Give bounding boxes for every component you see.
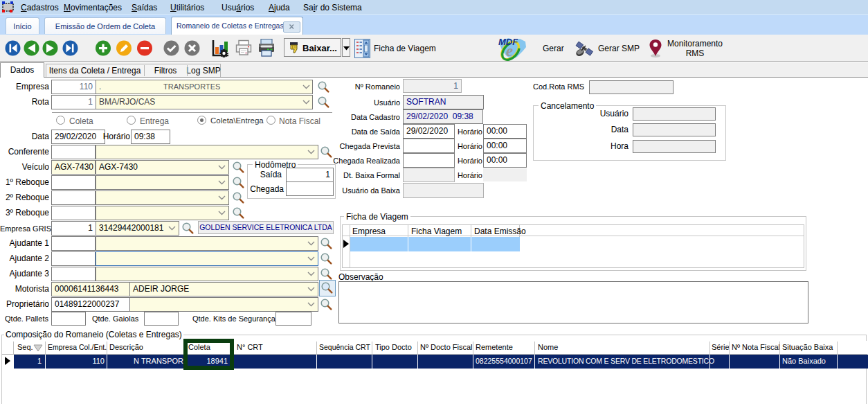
svg-text:e: e (506, 42, 513, 60)
